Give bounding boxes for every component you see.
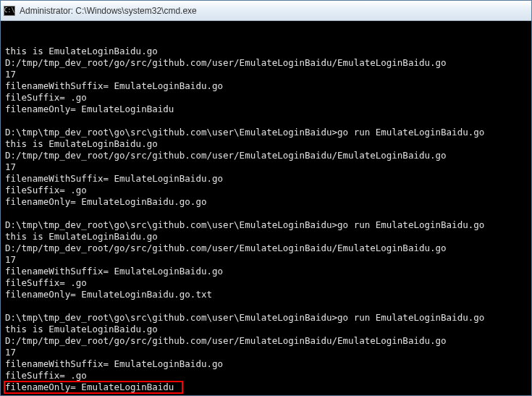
console-line: D:/tmp/tmp_dev_root/go/src/github.com/us… (5, 335, 527, 347)
cmd-window: C:\ Administrator: C:\Windows\system32\c… (0, 0, 532, 396)
console-output[interactable]: this is EmulateLoginBaidu.goD:/tmp/tmp_d… (1, 21, 531, 395)
console-line: 17 (5, 161, 527, 173)
console-line (5, 115, 527, 127)
console-line: fileSuffix= .go (5, 370, 527, 382)
console-line (5, 393, 527, 395)
console-line: this is EmulateLoginBaidu.go (5, 46, 527, 57)
console-line: D:/tmp/tmp_dev_root/go/src/github.com/us… (5, 57, 527, 69)
console-line: D:/tmp/tmp_dev_root/go/src/github.com/us… (5, 150, 527, 161)
console-line: D:\tmp\tmp_dev_root\go\src\github.com\us… (5, 127, 527, 138)
console-line: fileSuffix= .go (5, 185, 527, 196)
console-line: this is EmulateLoginBaidu.go (5, 324, 527, 335)
console-line: D:/tmp/tmp_dev_root/go/src/github.com/us… (5, 243, 527, 254)
window-title: Administrator: C:\Windows\system32\cmd.e… (20, 6, 197, 16)
console-line: filenameWithSuffix= EmulateLoginBaidu.go (5, 80, 527, 92)
console-line: filenameOnly= EmulateLoginBaidu.go.txt (5, 289, 527, 300)
console-line: 17 (5, 69, 527, 80)
console-line (5, 208, 527, 219)
console-line: D:\tmp\tmp_dev_root\go\src\github.com\us… (5, 312, 527, 324)
console-line: fileSuffix= .go (5, 277, 527, 289)
console-line: this is EmulateLoginBaidu.go (5, 138, 527, 150)
console-line: 17 (5, 254, 527, 266)
console-line: D:\tmp\tmp_dev_root\go\src\github.com\us… (5, 219, 527, 231)
console-line: fileSuffix= .go (5, 92, 527, 104)
console-line: 17 (5, 347, 527, 358)
console-line: filenameOnly= EmulateLoginBaidu (5, 104, 527, 115)
console-line: filenameOnly= EmulateLoginBaidu.go.go (5, 196, 527, 208)
console-line: filenameWithSuffix= EmulateLoginBaidu.go (5, 173, 527, 185)
titlebar[interactable]: C:\ Administrator: C:\Windows\system32\c… (1, 1, 531, 21)
console-line: filenameOnly= EmulateLoginBaidu (5, 382, 527, 393)
console-line: filenameWithSuffix= EmulateLoginBaidu.go (5, 358, 527, 370)
console-line: filenameWithSuffix= EmulateLoginBaidu.go (5, 266, 527, 277)
console-line: this is EmulateLoginBaidu.go (5, 231, 527, 243)
cmd-icon: C:\ (4, 6, 15, 16)
console-line (5, 300, 527, 312)
